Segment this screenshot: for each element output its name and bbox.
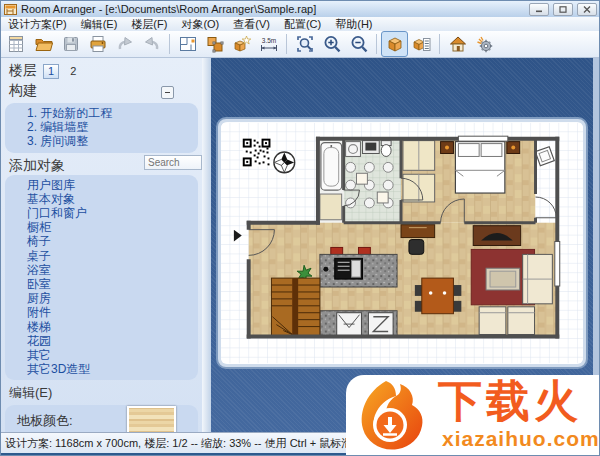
- watermark: 下载火 xiazaihuo.com: [346, 375, 600, 456]
- sidebar: 楼层 1 2 构建 1. 开始新的工程 2. 编辑墙壁 3. 房间调整 添加对象…: [1, 58, 202, 432]
- category-garden[interactable]: 花园: [5, 334, 198, 348]
- staircase[interactable]: [271, 278, 319, 336]
- print-button[interactable]: [84, 31, 111, 57]
- floor-plan-canvas[interactable]: [221, 122, 583, 364]
- menu-view[interactable]: 查看(V): [226, 17, 277, 32]
- undo-icon: [115, 34, 135, 54]
- qr-code: [243, 139, 271, 167]
- category-stairs[interactable]: 楼梯: [5, 320, 198, 334]
- toilet[interactable]: [381, 141, 391, 157]
- double-bed[interactable]: [455, 142, 504, 193]
- sink[interactable]: [362, 141, 379, 154]
- watermark-url[interactable]: xiazaihuo.com: [442, 427, 600, 451]
- tiled-room-stools[interactable]: [346, 162, 393, 207]
- home-button[interactable]: [444, 31, 471, 57]
- category-user-library[interactable]: 用户图库: [5, 178, 198, 192]
- objects-icon: [205, 34, 225, 54]
- minimize-button[interactable]: [529, 3, 549, 16]
- zoom-out-button[interactable]: [345, 31, 372, 57]
- zoom-out-icon: [349, 34, 369, 54]
- toolbar-separator: [439, 34, 440, 54]
- washing-machine[interactable]: [346, 142, 361, 157]
- category-other[interactable]: 其它: [5, 348, 198, 362]
- floor-button-2[interactable]: 2: [65, 64, 81, 79]
- menu-object[interactable]: 对象(O): [174, 17, 226, 32]
- category-other-3d[interactable]: 其它3D造型: [5, 362, 198, 376]
- minimize-icon: [535, 6, 543, 13]
- title-bar[interactable]: Room Arranger - [e:\Documents\Room Arran…: [1, 1, 600, 18]
- category-cabinets[interactable]: 橱柜: [5, 220, 198, 234]
- floor-plan-button[interactable]: [174, 31, 201, 57]
- category-doors-windows[interactable]: 门口和窗户: [5, 206, 198, 220]
- open-folder-icon: [34, 34, 54, 54]
- edit-section-title: 编辑(E): [1, 382, 202, 403]
- measure-label: 3.5m: [261, 37, 275, 44]
- menu-config[interactable]: 配置(C): [277, 17, 328, 32]
- measure-icon: 3.5m: [259, 34, 279, 54]
- edit-group: 地板颜色: 墙壁颜色: [5, 405, 198, 432]
- object-categories-group: 用户图库 基本对象 门口和窗户 橱柜 椅子 桌子 浴室 卧室 厨房 附件 楼梯 …: [5, 175, 198, 381]
- build-steps-group: 1. 开始新的工程 2. 编辑墙壁 3. 房间调整: [5, 103, 198, 153]
- status-text: 设计方案: 1168cm x 700cm, 楼层: 1/2 -- 缩放: 33%…: [5, 436, 388, 451]
- menu-edit[interactable]: 编辑(E): [74, 17, 125, 32]
- category-tables[interactable]: 桌子: [5, 249, 198, 263]
- category-basic-objects[interactable]: 基本对象: [5, 192, 198, 206]
- add-object-icon: [232, 34, 252, 54]
- menu-design[interactable]: 设计方案(P): [1, 17, 74, 32]
- flame-logo-icon: [352, 377, 436, 455]
- minus-icon: [165, 92, 170, 93]
- kitchen-counter[interactable]: [320, 311, 397, 337]
- plan-view-panel: [216, 117, 588, 369]
- print-icon: [88, 34, 108, 54]
- toolbar-separator: [286, 34, 287, 54]
- maximize-icon: [559, 6, 567, 13]
- bathroom-cabinet[interactable]: [320, 194, 342, 220]
- sidebar-splitter[interactable]: [202, 58, 211, 432]
- maximize-button[interactable]: [553, 3, 573, 16]
- add-object-button[interactable]: [228, 31, 255, 57]
- save-floppy-icon: [61, 34, 81, 54]
- floor-button-1[interactable]: 1: [43, 64, 59, 79]
- save-button[interactable]: [57, 31, 84, 57]
- floor-section-label: 楼层: [1, 62, 37, 81]
- category-kitchen[interactable]: 厨房: [5, 291, 198, 305]
- zoom-in-icon: [322, 34, 342, 54]
- objects-button[interactable]: [201, 31, 228, 57]
- zoom-fit-button[interactable]: [291, 31, 318, 57]
- undo-button[interactable]: [111, 31, 138, 57]
- window-title: Room Arranger - [e:\Documents\Room Arran…: [21, 3, 316, 15]
- floor-color-swatch[interactable]: [127, 406, 176, 432]
- tv-console[interactable]: [473, 226, 520, 246]
- collapse-section-button[interactable]: [161, 86, 174, 99]
- zoom-in-button[interactable]: [318, 31, 345, 57]
- sofa[interactable]: [523, 254, 553, 303]
- app-icon: [4, 4, 17, 15]
- build-step-adjust-rooms[interactable]: 3. 房间调整: [5, 134, 198, 148]
- menu-help[interactable]: 帮助(H): [328, 17, 379, 32]
- category-accessories[interactable]: 附件: [5, 305, 198, 319]
- coffee-table[interactable]: [486, 268, 520, 290]
- measure-button[interactable]: 3.5m: [255, 31, 282, 57]
- new-button[interactable]: [3, 31, 30, 57]
- render-settings-button[interactable]: [471, 31, 498, 57]
- redo-button[interactable]: [138, 31, 165, 57]
- bathtub[interactable]: [321, 143, 342, 190]
- view-3d-list-icon: [412, 34, 432, 54]
- category-bathroom[interactable]: 浴室: [5, 263, 198, 277]
- build-step-edit-walls[interactable]: 2. 编辑墙壁: [5, 120, 198, 134]
- close-button[interactable]: [577, 3, 597, 16]
- build-step-new-project[interactable]: 1. 开始新的工程: [5, 106, 198, 120]
- open-button[interactable]: [30, 31, 57, 57]
- toolbar-separator: [376, 34, 377, 54]
- nightstand-left[interactable]: [441, 142, 454, 154]
- menu-floor[interactable]: 楼层(F): [124, 17, 174, 32]
- category-bedroom[interactable]: 卧室: [5, 277, 198, 291]
- view-3d-list-button[interactable]: [408, 31, 435, 57]
- toolbar-separator: [169, 34, 170, 54]
- category-chairs[interactable]: 椅子: [5, 234, 198, 248]
- nightstand-right[interactable]: [507, 142, 520, 154]
- room-arranger-window: Room Arranger - [e:\Documents\Room Arran…: [0, 0, 600, 456]
- search-input[interactable]: [144, 155, 202, 170]
- view-3d-icon: [385, 34, 405, 54]
- view-3d-button[interactable]: [381, 31, 408, 57]
